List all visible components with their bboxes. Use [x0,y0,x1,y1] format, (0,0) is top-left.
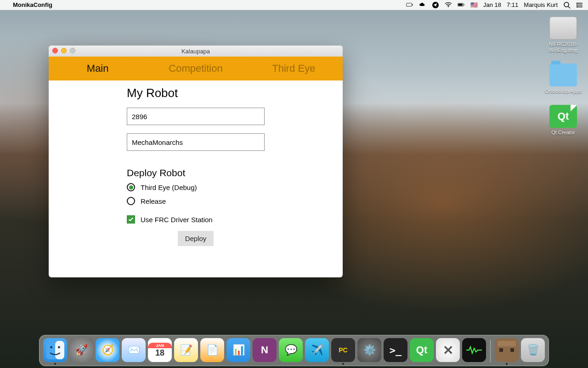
dock-minecraft-icon[interactable] [495,338,519,362]
desktop-item-label: Qt Creator [551,130,575,136]
qt-icon: Qt [549,105,577,128]
radio-label: Third Eye (Debug) [141,184,197,191]
svg-point-13 [577,4,577,5]
dock-separator [490,340,491,362]
team-number-input[interactable] [127,108,265,125]
section-heading-deploy: Deploy Robot [127,167,265,178]
svg-point-14 [577,6,577,7]
desktop-item-qtcreator[interactable]: Qt Qt Creator [544,105,582,136]
svg-point-3 [448,6,449,7]
main-panel: My Robot Deploy Robot Third Eye (Debug) … [49,80,343,277]
checkbox-driver-station[interactable]: Use FRC Driver Station [127,215,265,224]
radio-label: Release [141,197,166,205]
radio-icon [127,197,135,205]
dock-system-preferences-icon[interactable]: ⚙️ [357,338,381,362]
tab-third-eye[interactable]: Third Eye [245,57,343,80]
svg-rect-22 [510,348,514,352]
deploy-button[interactable]: Deploy [178,231,214,246]
input-flag-icon[interactable]: 🇺🇸 [470,1,478,8]
svg-rect-0 [407,3,412,6]
section-heading-my-robot: My Robot [127,86,265,100]
calendar-day-label: 18 [155,348,164,358]
svg-point-17 [50,346,52,349]
window-close-button[interactable] [52,48,58,53]
dock-activity-monitor-icon[interactable] [462,338,486,362]
desktop-icons: NIFRC2018-WinEng.dmg Octodollop Apps Qt … [544,17,582,136]
checkbox-icon [127,215,135,224]
spotlight-icon[interactable] [563,1,571,9]
menubar-date[interactable]: Jan 18 [483,1,501,8]
macos-menubar: MonikaConfig 🇺🇸 Jan 18 7:11 Marquis Kurt [0,0,588,10]
tab-competition[interactable]: Competition [147,57,244,80]
dock-pages-icon[interactable]: 📄 [200,338,224,362]
dock-trash-icon[interactable]: 🗑️ [521,338,545,362]
dock-finder-icon[interactable] [43,338,67,362]
menubar-app-name[interactable]: MonikaConfig [13,1,52,8]
checkbox-label: Use FRC Driver Station [141,216,213,224]
window-maximize-button[interactable] [70,48,75,53]
radio-icon [127,183,135,191]
dock-keynote-icon[interactable]: 📊 [226,338,250,362]
dock-launchpad-icon[interactable]: 🚀 [69,338,93,362]
battery-icon[interactable] [458,1,465,9]
svg-point-7 [564,2,569,7]
svg-rect-20 [498,341,516,346]
window-title: Kalaupapa [181,48,210,55]
desktop-item-folder[interactable]: Octodollop Apps [544,63,582,94]
tab-bar: Main Competition Third Eye [49,57,343,80]
window-titlebar[interactable]: Kalaupapa [49,46,343,57]
svg-point-18 [58,346,60,349]
svg-rect-16 [55,341,64,359]
desktop-item-label: Octodollop Apps [545,88,582,94]
calendar-month-label: JAN [148,343,172,348]
tab-main[interactable]: Main [49,57,147,80]
radio-option-debug[interactable]: Third Eye (Debug) [127,183,265,191]
svg-rect-1 [412,4,413,6]
wifi-icon[interactable] [445,1,452,9]
radio-option-release[interactable]: Release [127,197,265,205]
dmg-icon [549,17,577,40]
battery-card-icon[interactable] [406,1,413,9]
window-minimize-button[interactable] [61,48,67,53]
dock: 🚀 🧭 ✉️ JAN 18 📝 📄 📊 N 💬 ✈️ PC ⚙️ >_ Qt ✕… [39,335,549,366]
dock-elcapitan-icon[interactable]: ✕ [436,338,460,362]
menubar-time[interactable]: 7:11 [507,1,518,8]
app-window: Kalaupapa Main Competition Third Eye My … [49,46,343,277]
svg-point-12 [577,2,577,3]
dock-calendar-icon[interactable]: JAN 18 [148,338,172,362]
team-name-input[interactable] [127,133,265,151]
desktop-item-label: NIFRC2018-WinEng.dmg [544,41,582,53]
dock-terminal-icon[interactable]: >_ [384,338,407,362]
cloud-icon[interactable] [419,1,426,9]
svg-rect-5 [458,4,462,6]
dock-telegram-icon[interactable]: ✈️ [305,338,329,362]
svg-rect-21 [499,348,503,352]
dock-pycharm-icon[interactable]: PC [331,338,355,362]
dock-messages-icon[interactable]: 💬 [279,338,303,362]
desktop-item-dmg[interactable]: NIFRC2018-WinEng.dmg [544,17,582,53]
location-icon[interactable] [432,1,439,9]
svg-rect-6 [464,4,464,5]
dock-qt-icon[interactable]: Qt [410,338,434,362]
dock-onenote-icon[interactable]: N [253,338,277,362]
dock-safari-icon[interactable]: 🧭 [96,338,119,362]
dock-mail-icon[interactable]: ✉️ [122,338,146,362]
svg-line-8 [568,6,570,8]
notification-center-icon[interactable] [576,1,583,9]
menubar-user[interactable]: Marquis Kurt [524,1,558,8]
dock-notes-icon[interactable]: 📝 [174,338,198,362]
folder-icon [549,63,577,86]
